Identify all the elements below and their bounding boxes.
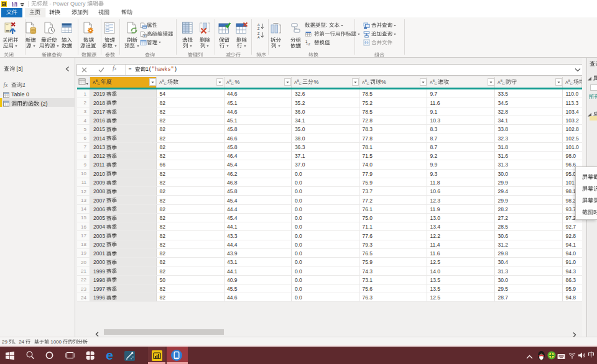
svg-text:Z: Z <box>257 27 260 30</box>
svg-text:C: C <box>502 82 504 86</box>
svg-text:C: C <box>366 82 369 86</box>
svg-text:2: 2 <box>308 42 310 46</box>
svg-text:A: A <box>257 35 260 39</box>
svg-text:C: C <box>231 82 234 86</box>
svg-text:1: 1 <box>305 40 308 43</box>
svg-text:C: C <box>164 82 166 86</box>
svg-text:C: C <box>570 82 572 86</box>
svg-text:C: C <box>97 82 100 86</box>
svg-text:C: C <box>298 82 301 86</box>
svg-text:C: C <box>434 82 437 86</box>
